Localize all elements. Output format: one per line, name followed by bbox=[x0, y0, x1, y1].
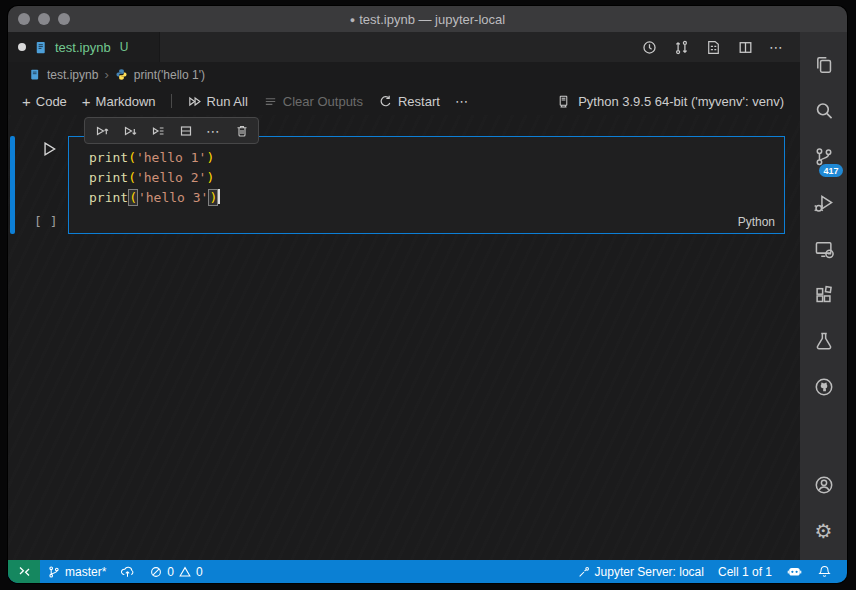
run-all-icon bbox=[187, 94, 202, 109]
status-bar-right: Jupyter Server: local Cell 1 of 1 bbox=[570, 560, 847, 583]
tab-test-ipynb[interactable]: test.ipynb U bbox=[8, 32, 160, 62]
warning-icon bbox=[178, 565, 192, 579]
notebook-file-icon bbox=[28, 68, 41, 81]
code-cell[interactable]: print('hello 1')print('hello 2')print('h… bbox=[68, 136, 785, 234]
more-actions-icon[interactable]: ⋯ bbox=[455, 94, 469, 109]
activity-bar: 417 ⚙ bbox=[800, 32, 847, 560]
jupyter-server-status[interactable]: Jupyter Server: local bbox=[570, 560, 711, 583]
close-button[interactable] bbox=[18, 13, 30, 25]
unsaved-dot-icon bbox=[18, 43, 26, 51]
cell-focus-indicator bbox=[10, 136, 15, 234]
breadcrumb-symbol[interactable]: print('hello 1') bbox=[134, 68, 205, 82]
publish-changes-button[interactable] bbox=[113, 560, 142, 583]
jupyter-server-icon bbox=[577, 565, 591, 579]
source-control-icon[interactable]: 417 bbox=[800, 134, 847, 180]
run-cell-button[interactable] bbox=[40, 140, 58, 158]
tab-label: test.ipynb bbox=[55, 40, 111, 55]
run-by-line-icon[interactable] bbox=[145, 120, 170, 142]
status-bar: master* 0 0 Jupyter Server: local bbox=[8, 560, 847, 583]
breadcrumb-file[interactable]: test.ipynb bbox=[47, 68, 98, 82]
git-status-badge: U bbox=[120, 40, 129, 54]
notebook-file-icon bbox=[33, 40, 48, 55]
kernel-picker[interactable]: Python 3.9.5 64-bit ('myvenv': venv) bbox=[556, 94, 800, 109]
open-text-editor-icon[interactable] bbox=[705, 39, 722, 56]
split-cell-icon[interactable] bbox=[173, 120, 198, 142]
run-all-button[interactable]: Run All bbox=[187, 94, 248, 109]
cell-position-status[interactable]: Cell 1 of 1 bbox=[711, 560, 779, 583]
window-title: ●test.ipynb — jupyter-local bbox=[8, 12, 847, 27]
cell-toolbar: ⋯ bbox=[84, 117, 259, 144]
remote-explorer-icon[interactable] bbox=[800, 226, 847, 272]
explorer-icon[interactable] bbox=[800, 42, 847, 88]
toolbar-divider bbox=[171, 94, 172, 108]
notebook-toolbar: + Code + Markdown Run All bbox=[8, 87, 800, 115]
execution-count: [ ] bbox=[34, 214, 57, 229]
modified-dot-icon: ● bbox=[350, 15, 355, 25]
notifications-bell-icon[interactable] bbox=[810, 560, 839, 583]
branch-icon bbox=[47, 565, 61, 579]
run-cells-above-icon[interactable] bbox=[89, 120, 114, 142]
problems-status[interactable]: 0 0 bbox=[142, 560, 209, 583]
add-markdown-cell-button[interactable]: + Markdown bbox=[82, 93, 156, 110]
more-cell-actions-icon[interactable]: ⋯ bbox=[201, 120, 226, 142]
restart-kernel-button[interactable]: Restart bbox=[378, 94, 440, 109]
cell-code[interactable]: print('hello 1')print('hello 2')print('h… bbox=[69, 137, 784, 208]
scm-changes-badge: 417 bbox=[819, 164, 843, 177]
settings-gear-icon[interactable]: ⚙ bbox=[800, 508, 847, 554]
traffic-lights bbox=[18, 13, 70, 25]
error-icon bbox=[149, 565, 163, 579]
chevron-right-icon: › bbox=[104, 67, 108, 82]
tab-bar: test.ipynb U ⋯ bbox=[8, 32, 800, 62]
accounts-icon[interactable] bbox=[800, 462, 847, 508]
run-and-debug-icon[interactable] bbox=[800, 180, 847, 226]
add-code-cell-button[interactable]: + Code bbox=[22, 93, 67, 110]
server-environment-icon bbox=[556, 94, 571, 109]
vscode-window: ●test.ipynb — jupyter-local test.ipynb U bbox=[8, 6, 847, 583]
git-branch-status[interactable]: master* bbox=[40, 560, 113, 583]
testing-icon[interactable] bbox=[800, 318, 847, 364]
robot-icon[interactable] bbox=[779, 560, 810, 583]
title-bar[interactable]: ●test.ipynb — jupyter-local bbox=[8, 6, 847, 32]
plus-icon: + bbox=[82, 93, 91, 110]
search-icon[interactable] bbox=[800, 88, 847, 134]
cloud-upload-icon bbox=[120, 564, 135, 579]
clear-outputs-button[interactable]: Clear Outputs bbox=[263, 94, 363, 109]
more-actions-icon[interactable]: ⋯ bbox=[769, 39, 784, 55]
delete-cell-icon[interactable] bbox=[229, 120, 254, 142]
minimize-button[interactable] bbox=[38, 13, 50, 25]
remote-indicator[interactable] bbox=[8, 560, 40, 583]
clear-outputs-icon bbox=[263, 94, 278, 109]
python-icon bbox=[115, 68, 128, 81]
open-changes-icon[interactable] bbox=[673, 39, 690, 56]
split-editor-icon[interactable] bbox=[737, 39, 754, 56]
breadcrumb[interactable]: test.ipynb › print('hello 1') bbox=[8, 62, 800, 87]
plus-icon: + bbox=[22, 93, 31, 110]
timeline-icon[interactable] bbox=[641, 39, 658, 56]
editor-actions: ⋯ bbox=[641, 32, 800, 62]
restart-icon bbox=[378, 94, 393, 109]
github-icon[interactable] bbox=[800, 364, 847, 410]
extensions-icon[interactable] bbox=[800, 272, 847, 318]
run-cell-and-below-icon[interactable] bbox=[117, 120, 142, 142]
cell-language-picker[interactable]: Python bbox=[738, 215, 775, 229]
zoom-button[interactable] bbox=[58, 13, 70, 25]
notebook-editor[interactable]: ⋯ [ ] print('hello 1')print('hello 2')pr… bbox=[8, 115, 800, 560]
